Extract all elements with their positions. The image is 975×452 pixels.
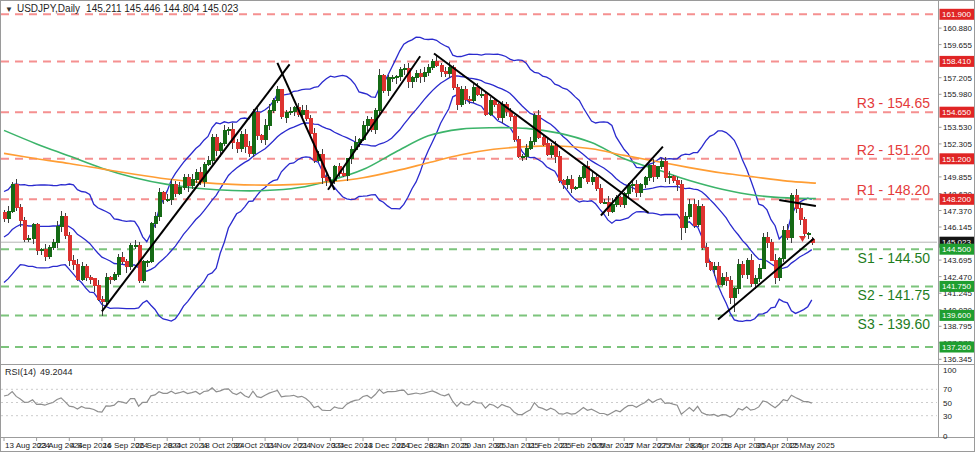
trendline[interactable] — [328, 56, 420, 190]
bullish-candle-body — [211, 137, 214, 160]
bullish-candle-body — [668, 176, 671, 177]
bullish-candle-body — [501, 105, 504, 117]
bullish-candle-body — [56, 226, 59, 242]
bearish-candle-body — [803, 220, 806, 234]
bullish-candle-body — [395, 76, 398, 77]
bearish-candle-body — [770, 243, 773, 261]
price-axis-tick-label: 138.795 — [943, 322, 972, 331]
bullish-candle-body — [631, 184, 634, 185]
ma-orange-slow — [4, 146, 816, 185]
bullish-candle-body — [644, 178, 647, 185]
bearish-candle-body — [121, 257, 124, 261]
bearish-candle-body — [44, 249, 47, 256]
bearish-candle-body — [72, 260, 75, 264]
sr-annotations-layer: R3 - 154.65R2 - 151.20R1 - 148.20S1 - 14… — [857, 95, 930, 332]
chart-canvas[interactable]: R3 - 154.65R2 - 151.20R1 - 148.20S1 - 14… — [1, 1, 975, 452]
bullish-candle-body — [582, 167, 585, 178]
axis-level-badge-label: 139.600 — [942, 311, 971, 320]
bearish-candle-body — [19, 207, 22, 221]
bullish-candle-body — [521, 156, 524, 157]
bearish-candle-body — [125, 261, 128, 266]
price-axis-tick-label: 149.855 — [943, 173, 972, 182]
bearish-candle-body — [452, 67, 455, 87]
trendline[interactable] — [434, 54, 649, 213]
bullish-candle-body — [252, 113, 255, 153]
one-click-trading-arrow[interactable]: ▼ — [5, 5, 13, 14]
bullish-candle-body — [746, 260, 749, 275]
bearish-candle-body — [468, 99, 471, 100]
bullish-candle-body — [285, 113, 288, 117]
bullish-candle-body — [762, 237, 765, 268]
bullish-candle-body — [183, 178, 186, 188]
bullish-candle-body — [219, 144, 222, 151]
bullish-candle-body — [603, 202, 606, 203]
bearish-candle-body — [497, 105, 500, 117]
mt4-chart-window[interactable]: R3 - 154.65R2 - 151.20R1 - 148.20S1 - 14… — [0, 0, 975, 452]
bearish-candle-body — [537, 116, 540, 138]
support-label: S2 - 141.75 — [858, 287, 931, 303]
rsi-axis-label: 0 — [943, 432, 948, 441]
bullish-candle-body — [688, 205, 691, 217]
bullish-candle-body — [276, 90, 279, 101]
bullish-candle-body — [411, 78, 414, 82]
bearish-candle-body — [595, 178, 598, 189]
bearish-candle-body — [786, 230, 789, 237]
bullish-candle-body — [113, 275, 116, 279]
bullish-candle-body — [129, 245, 132, 267]
time-axis[interactable]: 13 Aug 202423 Aug 20244 Sep 202416 Sep 2… — [4, 438, 835, 451]
bullish-candle-body — [240, 135, 243, 149]
bearish-candle-body — [672, 176, 675, 180]
bearish-candle-body — [93, 279, 96, 286]
bullish-candle-body — [223, 130, 226, 144]
bearish-candle-body — [174, 184, 177, 194]
time-axis-tick-label: 12 May 2025 — [788, 441, 835, 450]
bullish-candle-body — [166, 199, 169, 200]
bullish-candle-body — [758, 268, 761, 279]
rsi-value: 49.2044 — [40, 367, 73, 377]
rsi-axis-label: 30 — [943, 412, 952, 421]
bullish-candle-body — [754, 279, 757, 283]
bearish-candle-body — [342, 174, 345, 175]
bearish-candle-body — [513, 117, 516, 140]
bearish-candle-body — [85, 267, 88, 278]
bearish-candle-body — [484, 94, 487, 114]
bullish-candle-body — [40, 249, 43, 250]
axis-level-badge-label: 137.260 — [942, 343, 971, 352]
bearish-candle-body — [36, 225, 39, 251]
trendline[interactable] — [102, 64, 290, 311]
bearish-candle-body — [717, 267, 720, 285]
bearish-candle-body — [517, 140, 520, 156]
bullish-candle-body — [293, 108, 296, 112]
bullish-candle-body — [427, 67, 430, 72]
bearish-candle-body — [729, 280, 732, 298]
bearish-candle-body — [542, 137, 545, 144]
bullish-candle-body — [721, 278, 724, 285]
bearish-candle-body — [419, 74, 422, 77]
bearish-candle-body — [68, 236, 71, 260]
axis-level-badge-label: 144.500 — [942, 245, 971, 254]
bullish-candle-body — [423, 72, 426, 76]
bullish-candle-body — [48, 248, 51, 256]
bearish-candle-body — [570, 179, 573, 189]
bullish-candle-body — [525, 148, 528, 156]
trendline[interactable] — [277, 63, 334, 190]
bearish-candle-body — [725, 278, 728, 281]
bearish-candle-body — [476, 87, 479, 94]
bearish-candle-body — [244, 135, 247, 147]
bearish-candle-body — [23, 221, 26, 240]
bullish-candle-body — [378, 75, 381, 110]
price-axis-tick-label: 143.695 — [943, 256, 972, 265]
trendline[interactable] — [718, 238, 814, 319]
axis-level-badge-label: 148.200 — [942, 195, 971, 204]
bearish-candle-body — [435, 62, 438, 66]
bullish-candle-body — [660, 162, 663, 167]
bullish-candle-body — [7, 211, 10, 218]
bearish-candle-body — [464, 90, 467, 100]
price-axis-tick-label: 160.880 — [943, 24, 972, 33]
price-marker-arrow — [799, 236, 806, 242]
resistance-label: R3 - 154.65 — [857, 95, 930, 111]
bullish-candle-body — [11, 184, 14, 211]
bearish-candle-body — [701, 206, 704, 248]
bearish-candle-body — [309, 118, 312, 133]
bearish-candle-body — [493, 101, 496, 105]
